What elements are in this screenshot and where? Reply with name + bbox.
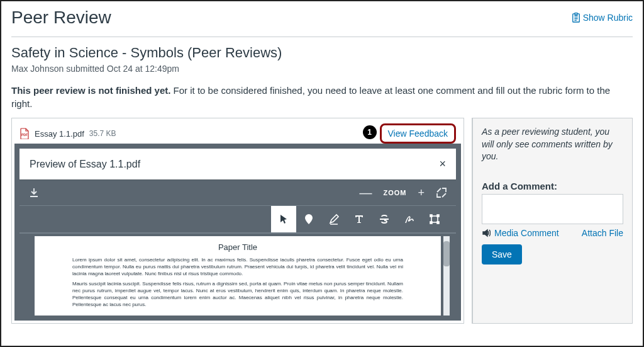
text-tool[interactable] — [347, 206, 372, 232]
rubric-icon — [572, 13, 580, 23]
divider — [11, 37, 633, 37]
page-title: Peer Review — [11, 8, 111, 28]
peer-note: As a peer reviewing student, you will on… — [482, 126, 623, 163]
status-text: This peer review is not finished yet. Fo… — [11, 84, 633, 110]
preview-title: Preview of Essay 1.1.pdf — [30, 159, 140, 170]
show-rubric-link[interactable]: Show Rubric — [572, 13, 633, 23]
viewer-toolbar: — ZOOM + — [19, 179, 456, 206]
comment-textarea[interactable] — [482, 194, 623, 224]
preview-panel: PDF Essay 1.1.pdf 35.7 KB 1 View Feedbac… — [11, 118, 464, 324]
fullscreen-icon[interactable] — [436, 187, 447, 198]
zoom-in-icon[interactable]: + — [418, 186, 425, 200]
close-icon[interactable]: × — [439, 157, 446, 171]
view-feedback-link[interactable]: View Feedback — [380, 123, 456, 144]
audio-icon — [482, 229, 491, 237]
svg-rect-7 — [437, 222, 439, 224]
annotation-toolbar — [19, 206, 456, 234]
scrollbar-thumb[interactable] — [443, 241, 450, 266]
comment-label: Add a Comment: — [482, 181, 623, 191]
zoom-out-icon[interactable]: — — [359, 186, 372, 200]
zoom-label: ZOOM — [383, 189, 406, 196]
file-name[interactable]: Essay 1.1.pdf — [35, 129, 84, 139]
download-icon[interactable] — [28, 187, 40, 198]
file-size: 35.7 KB — [89, 129, 116, 138]
area-tool[interactable] — [422, 206, 447, 232]
pdf-icon: PDF — [19, 128, 30, 139]
doc-paragraph: Mauris suscipit lacinia suscipit. Suspen… — [72, 281, 403, 308]
show-rubric-label: Show Rubric — [583, 13, 633, 23]
comment-sidebar: As a peer reviewing student, you will on… — [472, 118, 633, 324]
document-area[interactable]: Paper Title Lorem ipsum dolor sit amet, … — [19, 234, 456, 316]
assignment-title: Safety in Science - Symbols (Peer Review… — [11, 45, 633, 61]
attach-file-link[interactable]: Attach File — [582, 228, 623, 238]
submission-info: Max Johnson submitted Oct 24 at 12:49pm — [11, 64, 633, 74]
svg-rect-5 — [437, 215, 439, 217]
strikeout-tool[interactable] — [372, 206, 397, 232]
doc-paragraph: Lorem ipsum dolor sit amet, consectetur … — [72, 257, 403, 277]
status-bold: This peer review is not finished yet. — [11, 85, 170, 96]
svg-rect-1 — [574, 13, 577, 15]
document-page: Paper Title Lorem ipsum dolor sit amet, … — [35, 236, 441, 316]
annotation-1: 1 — [363, 125, 377, 139]
svg-rect-4 — [430, 215, 432, 217]
point-tool[interactable] — [296, 206, 321, 232]
doc-title: Paper Title — [72, 242, 403, 252]
draw-tool[interactable] — [397, 206, 422, 232]
media-comment-label: Media Comment — [494, 228, 559, 238]
save-button[interactable]: Save — [482, 244, 522, 265]
svg-text:PDF: PDF — [21, 133, 28, 137]
highlight-tool[interactable] — [321, 206, 347, 232]
svg-rect-6 — [430, 222, 432, 224]
media-comment-link[interactable]: Media Comment — [482, 228, 559, 238]
pointer-tool[interactable] — [271, 206, 296, 232]
